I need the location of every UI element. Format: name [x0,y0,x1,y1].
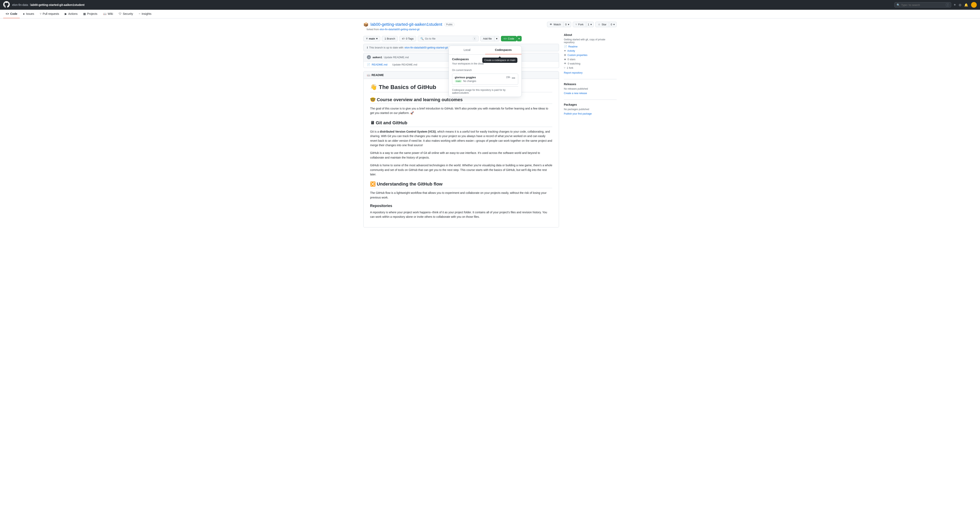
codespaces-tab[interactable]: Codespaces [485,46,522,54]
file-icon: 📄 [367,63,370,66]
report-repository-link[interactable]: Report repository [564,71,582,74]
tab-insights[interactable]: ~ Insights [136,10,154,18]
codespace-item-actions: 15h ••• [506,76,516,80]
code-dropdown-tabs: Local Codespaces [449,46,522,54]
watch-button[interactable]: 👁 Watch [547,22,563,27]
top-nav-icons: + ⊙ 🔔 [954,2,977,8]
search-bar[interactable]: 🔍 / [894,2,951,8]
about-description: Getting started with git, copy of privat… [564,38,617,44]
github-logo-icon[interactable] [3,1,10,9]
code-caret-button[interactable]: ▾ [517,36,522,41]
add-file-button[interactable]: Add file [480,36,494,41]
fork-count[interactable]: 1 ▾ [586,22,594,27]
star-icon: ☆ [598,23,600,26]
tab-wiki-label: Wiki [108,12,113,16]
tags-label: 0 Tags [406,37,414,40]
chevron-down-icon: ▾ [519,37,520,40]
upstream-link[interactable]: elon-fin-data/lab00-getting-started-git [404,46,448,49]
star-count[interactable]: 0 ▾ [609,22,617,27]
local-tab[interactable]: Local [449,46,485,54]
sidebar-divider-1 [564,79,617,79]
readme-section-1-heading: 🤓 Course overview and learning outcomes [370,97,552,104]
watch-count[interactable]: 0 ▾ [563,22,571,27]
pr-icon: ⑂ [40,12,41,16]
readme-section-2-heading: 🖥 Git and GitHub [370,120,552,127]
repo-title[interactable]: lab00-getting-started-git-aaiken1student [371,22,442,27]
tab-pullrequests[interactable]: ⑂ Pull requests [37,10,62,18]
no-releases-text: No releases published [564,87,617,90]
publish-first-package-link[interactable]: Publish your first package [564,112,592,115]
fork-count-value: 1 [588,23,589,26]
activity-link[interactable]: Activity [567,49,575,52]
chevron-down-icon: ▾ [590,23,592,26]
add-file-label: Add file [483,37,492,40]
codespace-more-button[interactable]: ••• [511,76,516,80]
go-to-file-button[interactable]: 🔍 Go to file t [418,36,479,41]
about-watching: 👁 0 watching [564,62,617,65]
file-link[interactable]: README.md [372,63,387,66]
search-input[interactable] [901,3,942,6]
branches-link[interactable]: 1 Branch [382,36,398,41]
codespace-branch-badge: main [455,80,462,83]
readme-section-2-p1: Git is a distributed Version Control Sys… [370,129,552,148]
packages-section: Packages No packages published Publish y… [564,103,617,115]
readme-body: 👋 The Basics of GitHub 🤓 Course overview… [364,79,559,227]
star-count-value: 0 [611,23,612,26]
tab-actions-label: Actions [68,12,78,16]
content-layout: ⑂ main ▾ 1 Branch 🏷 0 Tags 🔍 Go to file … [363,33,617,227]
tab-security-label: Security [123,12,133,16]
breadcrumb: elon-fin-data / lab00-getting-started-gi… [12,3,84,6]
tags-icon: 🏷 [402,37,404,40]
sidebar: About Getting started with git, copy of … [564,33,617,227]
content-main: ⑂ main ▾ 1 Branch 🏷 0 Tags 🔍 Go to file … [363,33,559,227]
security-icon: 🛡 [119,12,121,16]
forked-from-link[interactable]: elon-fin-data/lab00-getting-started-git [380,28,420,31]
add-file-caret-button[interactable]: ▾ [495,36,500,41]
search-icon: 🔍 [897,3,900,6]
create-new-release-link[interactable]: Create a new release [564,92,587,95]
tab-code[interactable]: <> Code [3,10,20,18]
readme-section-2-p2: GitHub is a way to use the same power of… [370,151,552,160]
custom-properties-link[interactable]: Custom properties [568,54,587,57]
chevron-down-icon: ▾ [496,37,498,40]
tab-actions[interactable]: ▶ Actions [62,10,80,18]
readme-section-3-p1: The GitHub flow is a lightweight workflo… [370,190,552,200]
tab-security[interactable]: 🛡 Security [116,10,135,18]
tab-wiki[interactable]: 📖 Wiki [101,10,115,18]
up-to-date-text: This branch is up to date with [369,46,403,49]
about-forks: ⑂ 1 fork [564,66,617,69]
branch-selector[interactable]: ⑂ main ▾ [363,36,380,41]
code-button[interactable]: <> Code [501,36,517,41]
about-custom-properties: ⚙ Custom properties [564,54,617,57]
issue-icon[interactable]: ⊙ [959,3,961,7]
readme-link[interactable]: Readme [568,45,578,48]
tab-projects[interactable]: ▦ Projects [81,10,100,18]
commit-author[interactable]: aaiken1 [372,56,382,59]
breadcrumb-separator: / [29,3,30,6]
tab-projects-label: Projects [87,12,97,16]
star-button[interactable]: ☆ Star [595,22,609,27]
add-file-group: Add file ▾ [480,36,499,41]
commit-avatar: a [367,55,371,59]
settings-icon: ⚙ [564,54,566,57]
stars-icon: ★ [564,58,566,61]
tab-code-label: Code [10,12,17,16]
tab-issues-label: Issues [26,12,34,16]
on-current-branch-label: On current branch [452,68,518,73]
forked-from: forked from elon-fin-data/lab00-getting-… [363,27,617,32]
forks-icon: ⑂ [564,66,565,69]
org-link[interactable]: elon-fin-data [12,3,28,6]
repo-name-breadcrumb[interactable]: lab00-getting-started-git-aaiken1student [30,3,84,6]
new-button-icon[interactable]: + [954,3,956,7]
code-icon: <> [504,37,507,40]
search-icon: 🔍 [420,37,424,40]
repo-header: 📦 lab00-getting-started-git-aaiken1stude… [363,19,617,27]
about-activity: ✦ Activity [564,49,617,52]
tab-issues[interactable]: ● Issues [21,10,37,18]
fork-button[interactable]: ⑂ Fork [573,22,586,27]
watching-count: 0 watching [568,62,580,65]
avatar[interactable] [971,2,977,8]
notifications-icon[interactable]: 🔔 [964,3,968,7]
tags-link[interactable]: 🏷 0 Tags [399,36,416,41]
codespace-item: glorious goggles main No changes 15h ••• [452,74,518,85]
